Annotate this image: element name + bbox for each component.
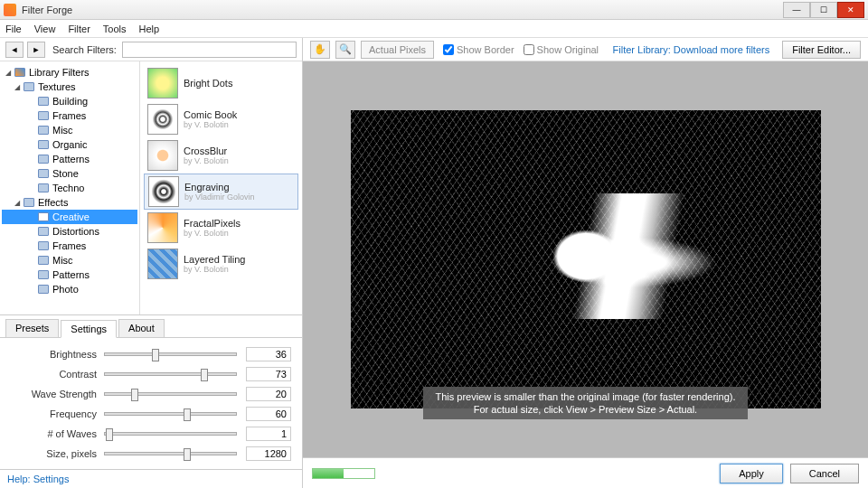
show-original-checkbox[interactable]: Show Original <box>524 44 599 55</box>
tree-root[interactable]: ◢Library Filters <box>2 65 137 80</box>
setting-label: Frequency <box>11 408 97 419</box>
minimize-button[interactable]: — <box>783 2 810 18</box>
maximize-button[interactable]: ☐ <box>810 2 837 18</box>
tree-misc[interactable]: Misc <box>2 123 137 137</box>
setting-label: Size, pixels <box>11 448 97 459</box>
tree-effects[interactable]: ◢Effects <box>2 195 137 210</box>
setting-value[interactable]: 1 <box>246 427 291 441</box>
thumb-icon <box>147 249 178 279</box>
settings-tabs: Presets Settings About <box>0 315 302 338</box>
close-button[interactable]: ✕ <box>837 2 864 18</box>
cancel-button[interactable]: Cancel <box>790 464 859 483</box>
preview-area[interactable]: This preview is smaller than the origina… <box>303 61 868 457</box>
setting-slider[interactable] <box>104 372 237 376</box>
setting-row: Brightness36 <box>11 345 291 363</box>
search-row: ◄ ► Search Filters: <box>0 38 302 61</box>
tree-misc2[interactable]: Misc <box>2 253 137 267</box>
filter-layeredtiling[interactable]: Layered Tilingby V. Bolotin <box>144 246 298 282</box>
setting-row: Wave Strength20 <box>11 385 291 403</box>
filter-brightdots[interactable]: Bright Dots <box>144 65 298 101</box>
filter-comicbook[interactable]: Comic Bookby V. Bolotin <box>144 101 298 137</box>
setting-row: Frequency60 <box>11 405 291 423</box>
help-link[interactable]: Help: Settings <box>0 469 302 488</box>
actual-pixels-button[interactable]: Actual Pixels <box>361 41 434 59</box>
setting-row: # of Waves1 <box>11 425 291 443</box>
nav-fwd-button[interactable]: ► <box>27 42 45 58</box>
filter-editor-button[interactable]: Filter Editor... <box>782 41 861 59</box>
setting-value[interactable]: 20 <box>246 387 291 401</box>
setting-label: Brightness <box>11 349 97 360</box>
setting-label: Wave Strength <box>11 389 97 399</box>
menu-file[interactable]: File <box>5 23 22 34</box>
thumb-icon <box>147 212 178 243</box>
hand-tool-button[interactable]: ✋ <box>310 41 330 59</box>
setting-slider[interactable] <box>104 452 237 455</box>
zoom-icon: 🔍 <box>339 43 352 55</box>
menu-filter[interactable]: Filter <box>68 23 90 34</box>
menu-view[interactable]: View <box>34 23 56 34</box>
thumb-icon <box>147 104 178 135</box>
show-border-checkbox[interactable]: Show Border <box>443 44 514 55</box>
tree-frames[interactable]: Frames <box>2 108 137 123</box>
app-icon <box>4 4 16 16</box>
setting-label: # of Waves <box>11 428 97 439</box>
nav-back-button[interactable]: ◄ <box>5 42 24 58</box>
window-title: Filter Forge <box>22 5 783 15</box>
search-input[interactable] <box>122 42 297 58</box>
thumb-icon <box>148 176 179 207</box>
apply-button[interactable]: Apply <box>720 464 783 483</box>
setting-slider[interactable] <box>104 352 237 356</box>
progress-bar <box>312 468 375 479</box>
filter-list[interactable]: Bright Dots Comic Bookby V. Bolotin Cros… <box>140 61 302 314</box>
setting-label: Contrast <box>11 369 97 380</box>
setting-slider[interactable] <box>104 392 237 396</box>
setting-slider[interactable] <box>104 412 237 416</box>
preview-note: This preview is smaller than the origina… <box>423 387 749 419</box>
tab-settings[interactable]: Settings <box>61 320 117 338</box>
setting-slider[interactable] <box>104 432 237 436</box>
setting-row: Contrast73 <box>11 365 291 383</box>
filter-engraving[interactable]: Engravingby Vladimir Golovin <box>144 174 298 210</box>
tree-textures[interactable]: ◢Textures <box>2 80 137 94</box>
menu-tools[interactable]: Tools <box>103 23 127 34</box>
tree-building[interactable]: Building <box>2 94 137 108</box>
library-tree[interactable]: ◢Library Filters ◢Textures Building Fram… <box>0 61 140 314</box>
preview-toolbar: ✋ 🔍 Actual Pixels Show Border Show Origi… <box>303 38 868 61</box>
setting-value[interactable]: 36 <box>246 347 291 361</box>
tab-about[interactable]: About <box>118 319 165 337</box>
setting-value[interactable]: 73 <box>246 367 291 381</box>
tree-organic[interactable]: Organic <box>2 137 137 152</box>
zoom-tool-button[interactable]: 🔍 <box>335 41 355 59</box>
hand-icon: ✋ <box>314 43 326 55</box>
settings-panel: Brightness36Contrast73Wave Strength20Fre… <box>0 338 302 469</box>
setting-value[interactable]: 60 <box>246 407 291 421</box>
tree-patterns2[interactable]: Patterns <box>2 267 137 282</box>
tree-creative[interactable]: Creative <box>2 210 137 224</box>
tree-patterns[interactable]: Patterns <box>2 152 137 166</box>
filter-crossblur[interactable]: CrossBlurby V. Bolotin <box>144 137 298 174</box>
preview-image <box>351 110 821 408</box>
filter-library-link[interactable]: Filter Library: Download more filters <box>613 44 770 55</box>
thumb-icon <box>147 140 178 171</box>
menu-help[interactable]: Help <box>139 23 160 34</box>
tab-presets[interactable]: Presets <box>5 319 59 337</box>
tree-distortions[interactable]: Distortions <box>2 224 137 239</box>
search-label: Search Filters: <box>52 44 117 55</box>
tree-techno[interactable]: Techno <box>2 181 137 195</box>
setting-value[interactable]: 1280 <box>246 446 291 461</box>
setting-row: Size, pixels1280 <box>11 445 291 463</box>
menu-bar: File View Filter Tools Help <box>0 20 868 38</box>
bottom-bar: Apply Cancel <box>303 457 868 488</box>
tree-stone[interactable]: Stone <box>2 166 137 181</box>
tree-frames2[interactable]: Frames <box>2 239 137 253</box>
title-bar: Filter Forge — ☐ ✕ <box>0 0 868 20</box>
filter-fractalpixels[interactable]: FractalPixelsby V. Bolotin <box>144 210 298 246</box>
thumb-icon <box>147 68 178 99</box>
tree-photo[interactable]: Photo <box>2 282 137 296</box>
